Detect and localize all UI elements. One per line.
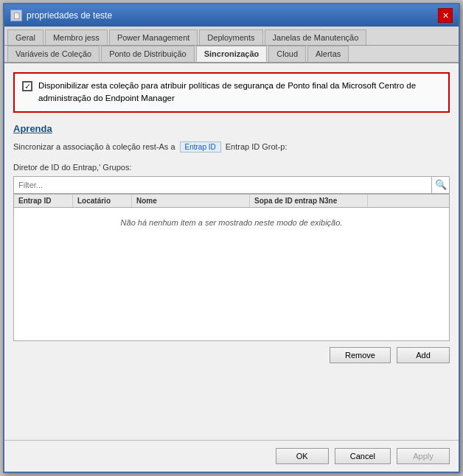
filter-row: 🔍 <box>13 176 450 194</box>
th-entrap-id: Entrap ID <box>14 195 73 207</box>
entrap-badge: Entrap ID <box>180 141 221 153</box>
tab-janelas[interactable]: Janelas de Manutenção <box>265 29 367 45</box>
checkmark-icon: ✓ <box>24 83 31 91</box>
highlighted-checkbox-section: ✓ Disponibilizar esta coleção para atrib… <box>13 72 450 113</box>
table-actions: Remove Add <box>13 347 450 363</box>
entrap-group-label: Entrap ID Grot-p: <box>226 142 288 151</box>
enable-checkbox[interactable]: ✓ <box>22 81 32 91</box>
tab-sincronizacao[interactable]: Sincronização <box>196 46 268 62</box>
tab-deployments[interactable]: Deployments <box>199 29 262 45</box>
tab-geral[interactable]: Geral <box>7 29 43 45</box>
tab-cloud[interactable]: Cloud <box>268 46 306 62</box>
director-row: Diretor de ID do Entrap,' Grupos: <box>13 163 450 172</box>
sync-text: Sincronizar a associação à coleção rest-… <box>13 142 175 151</box>
sync-row: Sincronizar a associação à coleção rest-… <box>13 141 450 153</box>
close-button[interactable]: ✕ <box>438 8 453 23</box>
search-icon[interactable]: 🔍 <box>431 176 449 194</box>
tab-variaveis[interactable]: Variáveis de Coleção <box>7 46 100 62</box>
main-window: 📋 propriedades de teste ✕ Geral Membro j… <box>3 3 460 473</box>
th-locatario: Locatário <box>73 195 132 207</box>
content-area: ✓ Disponibilizar esta coleção para atrib… <box>4 63 459 440</box>
ok-button[interactable]: OK <box>276 448 329 464</box>
tabs-row1: Geral Membro jess Power Management Deplo… <box>4 27 459 46</box>
filter-input[interactable] <box>14 181 431 189</box>
table-header: Entrap ID Locatário Nome Sopa de ID entr… <box>14 195 449 208</box>
tabs-row2: Variáveis de Coleção Ponto de Distribuiç… <box>4 46 459 63</box>
checkbox-row: ✓ Disponibilizar esta coleção para atrib… <box>22 80 441 105</box>
title-bar: 📋 propriedades de teste ✕ <box>4 4 459 27</box>
section-title: Aprenda <box>13 123 450 134</box>
checkbox-label: Disponibilizar esta coleção para atribui… <box>38 80 441 105</box>
tab-alertas[interactable]: Alertas <box>307 46 349 62</box>
director-label: Diretor de ID do Entrap,' Grupos: <box>13 163 131 172</box>
apply-button[interactable]: Apply <box>397 448 450 464</box>
add-button[interactable]: Add <box>397 347 450 363</box>
th-sopa: Sopa de ID entrap N3ne <box>250 195 368 207</box>
remove-button[interactable]: Remove <box>330 347 391 363</box>
empty-message: Não há nenhum item a ser mostrado neste … <box>14 208 449 237</box>
dialog-footer: OK Cancel Apply <box>4 440 459 472</box>
title-bar-left: 📋 propriedades de teste <box>10 10 112 21</box>
th-nome: Nome <box>132 195 250 207</box>
window-icon: 📋 <box>10 10 22 21</box>
tab-power[interactable]: Power Management <box>109 29 198 45</box>
groups-table: Entrap ID Locatário Nome Sopa de ID entr… <box>13 194 450 341</box>
tab-ponto[interactable]: Ponto de Distribuição <box>101 46 195 62</box>
cancel-button[interactable]: Cancel <box>335 448 391 464</box>
window-title: propriedades de teste <box>27 10 112 21</box>
tab-membro[interactable]: Membro jess <box>45 29 108 45</box>
